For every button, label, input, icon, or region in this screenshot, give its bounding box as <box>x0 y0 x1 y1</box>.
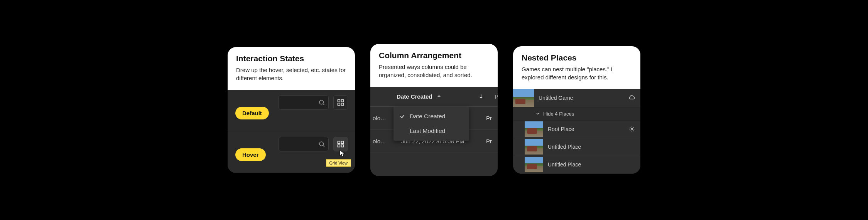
search-icon <box>318 141 325 148</box>
cell-trailing: Pr <box>486 115 498 121</box>
svg-rect-4 <box>338 103 340 105</box>
card-description: Games can nest multiple "places." I expl… <box>522 65 632 81</box>
svg-rect-3 <box>341 99 344 102</box>
card-nested-places: Nested Places Games can nest multiple "p… <box>513 46 640 174</box>
check-icon <box>400 114 405 119</box>
sort-column-button[interactable]: Date Created <box>397 93 432 100</box>
game-thumbnail <box>513 89 534 107</box>
svg-rect-11 <box>341 144 344 147</box>
column-header-trailing[interactable]: P <box>495 93 498 100</box>
place-thumbnail <box>525 157 543 172</box>
game-row[interactable]: Untitled Game <box>513 89 640 107</box>
card-interaction-states: Interaction States Drew up the hover, se… <box>228 47 355 173</box>
place-row[interactable]: Untitled Place <box>513 156 640 174</box>
grid-icon <box>337 99 344 106</box>
card-description: Drew up the hover, selected, etc. states… <box>236 66 346 82</box>
chevron-up-icon <box>436 94 442 99</box>
cloud-icon <box>628 94 635 101</box>
game-label: Untitled Game <box>539 95 623 101</box>
arrow-down-icon <box>478 94 484 99</box>
card-title: Nested Places <box>522 53 632 62</box>
dropdown-item-label: Date Created <box>410 113 445 120</box>
grid-view-button[interactable] <box>333 95 348 110</box>
state-label-default: Default <box>235 107 269 119</box>
places-toggle[interactable]: Hide 4 Places <box>513 107 640 121</box>
place-label: Untitled Place <box>548 144 635 150</box>
card-body: Default Grid View Hover <box>228 90 355 173</box>
card-title: Interaction States <box>236 54 346 63</box>
dropdown-item-last-modified[interactable]: Last Modified <box>393 124 469 138</box>
grid-icon <box>337 140 344 148</box>
card-body: Untitled Game Hide 4 Places Root Place U… <box>513 89 640 174</box>
place-thumbnail <box>525 139 543 155</box>
state-label-hover: Hover <box>235 148 266 161</box>
place-row[interactable]: Root Place <box>513 121 640 138</box>
svg-rect-2 <box>338 99 340 102</box>
svg-line-1 <box>323 104 324 105</box>
sort-dropdown: Date Created Last Modified <box>393 107 469 141</box>
column-header-row: Date Created P <box>370 87 498 107</box>
card-column-arrangement: Column Arrangement Presented ways column… <box>370 44 498 176</box>
svg-point-6 <box>319 142 324 146</box>
table-row[interactable] <box>370 153 498 176</box>
places-toggle-label: Hide 4 Places <box>543 111 574 117</box>
search-input[interactable] <box>279 95 329 110</box>
svg-rect-5 <box>341 103 344 105</box>
card-title: Column Arrangement <box>379 51 489 60</box>
card-header: Nested Places Games can nest multiple "p… <box>513 46 640 89</box>
chevron-down-icon <box>535 111 540 116</box>
search-icon <box>318 99 325 106</box>
svg-rect-8 <box>338 141 340 143</box>
dropdown-item-label: Last Modified <box>410 128 445 134</box>
place-thumbnail <box>525 121 543 137</box>
tooltip: Grid View <box>326 159 351 167</box>
svg-point-0 <box>319 100 324 104</box>
place-label: Root Place <box>548 126 624 132</box>
cell-name: olo… <box>373 115 396 121</box>
place-label: Untitled Place <box>548 161 635 168</box>
state-hover-slab: Grid View Hover <box>228 131 355 173</box>
state-default-slab: Default <box>228 90 355 131</box>
card-body: Date Created P olo… Pr olo… Jun 22, 2022… <box>370 87 498 176</box>
gear-icon[interactable] <box>629 126 635 132</box>
sort-direction-button[interactable] <box>478 94 484 99</box>
cell-trailing: Pr <box>486 138 498 144</box>
card-description: Presented ways columns could be organize… <box>379 63 489 79</box>
svg-line-7 <box>323 145 324 146</box>
card-header: Interaction States Drew up the hover, se… <box>228 47 355 90</box>
grid-view-button[interactable] <box>333 137 348 151</box>
place-row[interactable]: Untitled Place <box>513 138 640 156</box>
svg-rect-10 <box>338 144 340 147</box>
svg-rect-9 <box>341 141 344 143</box>
cursor-icon <box>339 150 346 158</box>
card-header: Column Arrangement Presented ways column… <box>370 44 498 87</box>
search-input[interactable] <box>279 137 329 151</box>
dropdown-item-date-created[interactable]: Date Created <box>393 109 469 124</box>
cell-name: olo… <box>373 138 396 144</box>
svg-point-13 <box>631 128 633 130</box>
